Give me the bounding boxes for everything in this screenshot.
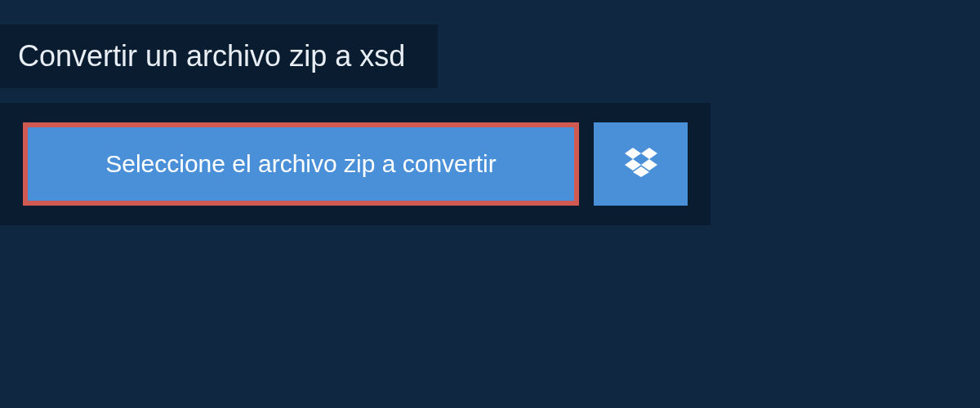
page-title: Convertir un archivo zip a xsd <box>18 39 405 73</box>
select-file-button[interactable]: Seleccione el archivo zip a convertir <box>23 122 579 206</box>
select-file-button-label: Seleccione el archivo zip a convertir <box>105 150 497 178</box>
upload-panel: Seleccione el archivo zip a convertir <box>0 103 710 225</box>
page-title-container: Convertir un archivo zip a xsd <box>0 24 438 88</box>
dropbox-button[interactable] <box>594 122 688 206</box>
dropbox-icon <box>625 148 657 180</box>
